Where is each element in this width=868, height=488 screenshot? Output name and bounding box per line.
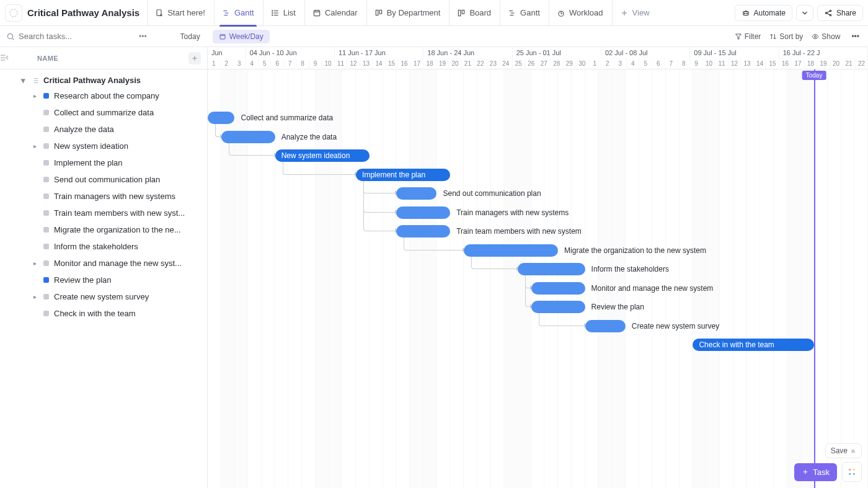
task-row[interactable]: ▸ Collect and summarize data xyxy=(0,104,207,121)
doc-pin-icon xyxy=(155,9,164,17)
show-label: Show xyxy=(822,32,840,41)
gantt-bar[interactable] xyxy=(396,187,436,200)
status-dot xyxy=(43,110,49,115)
tab-by-department[interactable]: By Department xyxy=(366,0,448,26)
task-row[interactable]: ▸ Train team members with new syst... xyxy=(0,205,207,221)
tab-board[interactable]: Board xyxy=(449,0,498,26)
task-row[interactable]: ▸ Inform the stakeholders xyxy=(0,238,207,255)
search-box[interactable] xyxy=(6,32,130,41)
show-button[interactable]: Show xyxy=(812,32,840,41)
task-row[interactable]: ▸ Implement the plan xyxy=(0,154,207,171)
gantt-bar[interactable] xyxy=(396,206,450,219)
day-column xyxy=(800,69,814,488)
gantt-bar[interactable]: Implement the plan xyxy=(356,169,450,181)
save-chip[interactable]: Save xyxy=(825,443,862,458)
list-icon xyxy=(31,76,40,85)
status-dot xyxy=(43,160,49,166)
project-title[interactable]: Critical Pathway Analysis xyxy=(27,7,140,18)
share-button[interactable]: Share xyxy=(817,5,863,21)
tab-gantt[interactable]: Gantt xyxy=(214,0,262,26)
day-label: 14 xyxy=(373,58,385,69)
caret-right-icon[interactable]: ▸ xyxy=(33,92,38,99)
collapse-sidebar-button[interactable] xyxy=(0,52,10,65)
automate-dropdown[interactable] xyxy=(796,5,813,21)
automate-button[interactable]: Automate xyxy=(735,5,792,21)
weekday-toggle[interactable]: Week/Day xyxy=(213,30,270,43)
bar-label: Migrate the organization to the new syst… xyxy=(564,244,706,257)
gantt-bar[interactable] xyxy=(208,112,234,124)
day-column xyxy=(342,69,356,488)
task-row[interactable]: ▸ New system ideation xyxy=(0,138,207,154)
search-input[interactable] xyxy=(19,32,105,41)
dependency-line xyxy=(471,257,516,270)
caret-right-icon[interactable]: ▸ xyxy=(33,143,38,149)
svg-point-33 xyxy=(830,10,831,11)
task-row[interactable]: ▸ Monitor and manage the new syst... xyxy=(0,255,207,272)
weekday-label: Week/Day xyxy=(229,32,264,41)
caret-right-icon[interactable]: ▸ xyxy=(33,293,38,300)
add-view-button[interactable]: View xyxy=(612,0,657,26)
caret-down-icon[interactable]: ▾ xyxy=(21,76,27,85)
day-column xyxy=(598,69,612,488)
search-icon xyxy=(6,32,15,41)
svg-point-29 xyxy=(744,13,745,14)
filter-bar: ••• Today Week/Day Filter Sort by Show •… xyxy=(0,26,868,47)
task-row[interactable]: ▸ Review the plan xyxy=(0,272,207,288)
add-column-button[interactable] xyxy=(188,52,201,64)
task-row[interactable]: ▸ Analyze the data xyxy=(0,121,207,138)
task-label: Send out communication plan xyxy=(54,175,160,184)
plus-icon xyxy=(191,55,198,62)
gantt-bar[interactable] xyxy=(585,320,626,332)
tab-start-here[interactable]: Start here! xyxy=(147,0,213,26)
gantt-icon xyxy=(222,9,231,17)
gantt-bar[interactable]: Check in with the team xyxy=(693,339,814,351)
sortby-button[interactable]: Sort by xyxy=(769,32,803,41)
day-column xyxy=(680,69,693,488)
gantt-body[interactable]: TodayCollect and summarize dataAnalyze t… xyxy=(208,69,868,488)
svg-point-37 xyxy=(7,33,12,38)
apps-button[interactable] xyxy=(842,462,862,482)
task-row[interactable]: ▸ Check in with the team xyxy=(0,305,207,322)
task-row[interactable]: ▸ Send out communication plan xyxy=(0,171,207,188)
day-column xyxy=(652,69,666,488)
gantt-chart[interactable]: Jun04 Jun - 10 Jun11 Jun - 17 Jun18 Jun … xyxy=(208,47,868,488)
status-dot xyxy=(43,277,49,283)
task-row[interactable]: ▸ Migrate the organization to the ne... xyxy=(0,221,207,238)
today-button[interactable]: Today xyxy=(174,30,206,43)
gantt-bar[interactable] xyxy=(531,301,585,313)
day-label: 21 xyxy=(462,58,474,69)
day-label: 9 xyxy=(690,58,702,69)
day-column xyxy=(746,69,760,488)
tab-gantt-2[interactable]: Gantt xyxy=(500,0,547,26)
task-row[interactable]: ▸ Research about the company xyxy=(0,87,207,104)
new-task-button[interactable]: Task xyxy=(794,463,837,481)
project-logo[interactable] xyxy=(5,4,22,22)
gantt-bar[interactable] xyxy=(221,131,275,143)
task-row[interactable]: ▸ Train managers with new systems xyxy=(0,188,207,205)
caret-right-icon[interactable]: ▸ xyxy=(33,260,38,267)
view-more-menu[interactable]: ••• xyxy=(849,32,862,41)
more-menu[interactable]: ••• xyxy=(136,32,149,41)
gantt-bar[interactable]: New system ideation xyxy=(275,149,370,162)
gantt-bar[interactable] xyxy=(518,263,585,275)
gantt-bar[interactable] xyxy=(464,244,558,257)
name-column-header: NAME xyxy=(37,55,58,62)
gantt-bar[interactable] xyxy=(531,282,585,295)
day-label: 4 xyxy=(246,58,258,69)
day-label: 12 xyxy=(728,58,741,69)
tab-list[interactable]: List xyxy=(263,0,303,26)
status-dot xyxy=(43,311,49,316)
tab-workload[interactable]: Workload xyxy=(549,0,611,26)
task-label: Research about the company xyxy=(54,91,159,100)
gantt-bar[interactable] xyxy=(396,225,450,237)
day-label: 15 xyxy=(386,58,398,69)
filter-button[interactable]: Filter xyxy=(735,32,761,41)
day-label: 17 xyxy=(792,58,804,69)
day-label: 21 xyxy=(843,58,855,69)
status-dot xyxy=(43,193,49,199)
svg-point-10 xyxy=(272,12,272,13)
day-column xyxy=(490,69,504,488)
group-row[interactable]: ▾ Critical Pathway Analysis xyxy=(0,73,207,87)
task-row[interactable]: ▸ Create new system survey xyxy=(0,288,207,305)
tab-calendar[interactable]: Calendar xyxy=(304,0,365,26)
